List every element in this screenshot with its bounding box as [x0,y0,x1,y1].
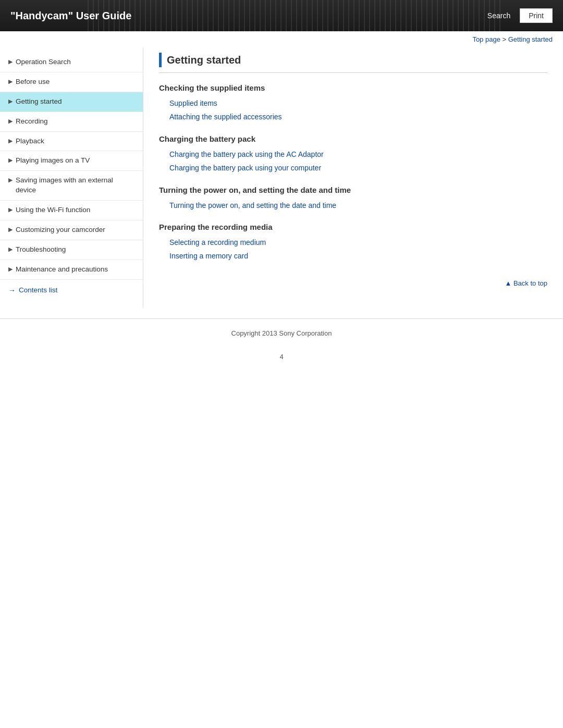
sidebar-arrow-icon: ▶ [8,177,13,183]
sidebar-item-recording[interactable]: ▶ Recording [0,112,143,132]
sidebar-arrow-icon: ▶ [8,266,13,273]
sidebar-item-saving-images[interactable]: ▶ Saving images with an external device [0,171,143,201]
sidebar-item-label: Getting started [16,97,134,107]
power-heading: Turning the power on, and setting the da… [159,186,547,194]
sidebar-item-label: Customizing your camcorder [16,225,134,235]
contents-list-label: Contents list [19,286,57,294]
footer: Copyright 2013 Sony Corporation [0,318,563,348]
print-button[interactable]: Print [520,8,553,23]
supplied-items-link[interactable]: Supplied items [159,96,547,110]
sidebar-item-label: Operation Search [16,57,134,67]
charging-computer-link[interactable]: Charging the battery pack using your com… [159,161,547,175]
page-title: Getting started [167,54,241,66]
contents-list-link[interactable]: → Contents list [0,280,143,301]
sidebar-item-customizing[interactable]: ▶ Customizing your camcorder [0,220,143,240]
sidebar-item-label: Maintenance and precautions [16,265,134,275]
supplied-items-heading: Checking the supplied items [159,83,547,92]
breadcrumb-separator: > [500,35,508,43]
recording-media-heading: Preparing the recording media [159,223,547,231]
sidebar-arrow-icon: ▶ [8,246,13,253]
main-content: Getting started Checking the supplied it… [143,47,563,308]
copyright-text: Copyright 2013 Sony Corporation [231,329,332,337]
power-section: Turning the power on, and setting the da… [159,186,547,212]
power-date-link[interactable]: Turning the power on, and setting the da… [159,199,547,212]
page-title-area: Getting started [159,53,547,73]
battery-section: Charging the battery pack Charging the b… [159,134,547,175]
breadcrumb: Top page > Getting started [0,31,563,47]
sidebar-item-label: Before use [16,77,134,87]
sidebar-item-label: Troubleshooting [16,245,134,255]
search-button[interactable]: Search [482,8,516,23]
sidebar: ▶ Operation Search ▶ Before use ▶ Gettin… [0,47,143,308]
sidebar-item-troubleshooting[interactable]: ▶ Troubleshooting [0,240,143,260]
sidebar-item-operation-search[interactable]: ▶ Operation Search [0,53,143,72]
page-layout: ▶ Operation Search ▶ Before use ▶ Gettin… [0,47,563,308]
sidebar-item-playing-images-tv[interactable]: ▶ Playing images on a TV [0,151,143,171]
sidebar-item-label: Using the Wi-Fi function [16,205,134,215]
sidebar-arrow-icon: ▶ [8,78,13,85]
sidebar-item-label: Playback [16,137,134,146]
arrow-right-icon: → [8,286,16,294]
header: "Handycam" User Guide Search Print [0,0,563,31]
back-to-top: ▲ Back to top [159,274,547,292]
sidebar-item-maintenance[interactable]: ▶ Maintenance and precautions [0,260,143,280]
sidebar-item-playback[interactable]: ▶ Playback [0,132,143,152]
attaching-accessories-link[interactable]: Attaching the supplied accessories [159,110,547,124]
sidebar-arrow-icon: ▶ [8,98,13,105]
selecting-medium-link[interactable]: Selecting a recording medium [159,236,547,249]
page-title-bar [159,53,162,67]
sidebar-arrow-icon: ▶ [8,118,13,125]
supplied-items-section: Checking the supplied items Supplied ite… [159,83,547,124]
sidebar-arrow-icon: ▶ [8,206,13,213]
battery-heading: Charging the battery pack [159,134,547,143]
sidebar-item-before-use[interactable]: ▶ Before use [0,72,143,92]
sidebar-arrow-icon: ▶ [8,226,13,233]
breadcrumb-current-link[interactable]: Getting started [508,35,553,43]
page-number: 4 [0,348,563,366]
sidebar-arrow-icon: ▶ [8,58,13,65]
back-to-top-link[interactable]: ▲ Back to top [505,279,547,287]
recording-media-section: Preparing the recording media Selecting … [159,223,547,263]
sidebar-item-label: Recording [16,117,134,127]
sidebar-arrow-icon: ▶ [8,157,13,164]
breadcrumb-top-link[interactable]: Top page [472,35,500,43]
sidebar-item-label: Saving images with an external device [16,176,134,195]
sidebar-item-getting-started[interactable]: ▶ Getting started [0,92,143,112]
charging-ac-link[interactable]: Charging the battery pack using the AC A… [159,147,547,161]
sidebar-arrow-icon: ▶ [8,138,13,144]
inserting-card-link[interactable]: Inserting a memory card [159,249,547,263]
header-actions: Search Print [482,8,553,23]
sidebar-item-wifi[interactable]: ▶ Using the Wi-Fi function [0,201,143,220]
sidebar-item-label: Playing images on a TV [16,156,134,166]
header-title: "Handycam" User Guide [10,10,131,22]
